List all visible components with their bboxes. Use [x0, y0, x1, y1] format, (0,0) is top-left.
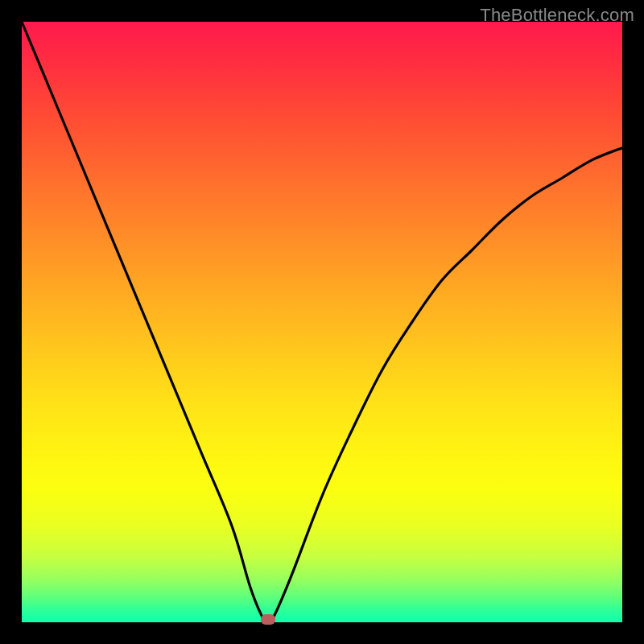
plot-area — [22, 22, 622, 622]
optimal-point-marker — [261, 614, 275, 625]
chart-container: TheBottleneck.com — [0, 0, 644, 644]
watermark-text: TheBottleneck.com — [480, 5, 634, 26]
bottleneck-curve — [22, 22, 622, 622]
curve-layer — [22, 22, 622, 622]
